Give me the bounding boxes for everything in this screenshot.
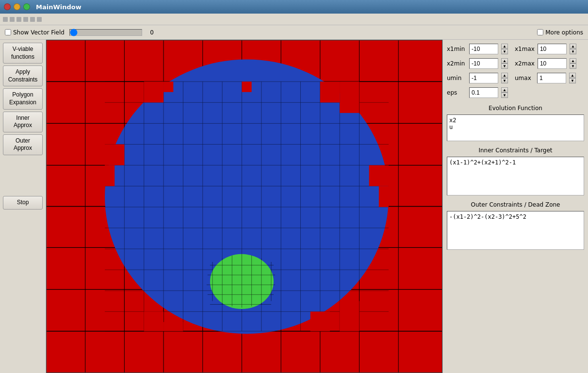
svg-rect-50 [105, 165, 114, 186]
toolbar-dot-3 [16, 17, 21, 22]
svg-rect-52 [379, 186, 389, 207]
svg-rect-45 [163, 81, 173, 92]
x2-params-row: x2min ▲ ▼ x2max ▲ ▼ [447, 58, 584, 69]
x2max-label: x2max [515, 60, 535, 67]
svg-rect-49 [105, 145, 124, 165]
x2max-down[interactable]: ▼ [570, 64, 576, 69]
x1max-label: x1max [515, 46, 535, 52]
outer-constraints-label: Outer Constraints / Dead Zone [447, 201, 584, 208]
left-panel: V-viablefunctions ApplyConstraints Polyg… [0, 40, 46, 373]
x1min-spinner[interactable]: ▲ ▼ [501, 44, 508, 54]
toolbar-dot-2 [10, 17, 15, 22]
inner-approx-button[interactable]: InnerApprox [3, 112, 43, 132]
umin-spinner[interactable]: ▲ ▼ [501, 73, 508, 83]
svg-rect-56 [340, 301, 359, 331]
canvas-area [46, 40, 442, 373]
x1min-down[interactable]: ▼ [501, 49, 508, 54]
x1max-down[interactable]: ▼ [570, 49, 576, 54]
x2max-input[interactable] [538, 58, 567, 69]
toolbar-dot-6 [37, 17, 42, 22]
slider-value: 0 [147, 29, 157, 36]
window-title: MainWindow [36, 3, 82, 11]
more-options-checkbox[interactable] [537, 29, 543, 35]
outer-approx-button[interactable]: OuterApprox [3, 134, 43, 155]
x1max-spinner[interactable]: ▲ ▼ [570, 44, 576, 54]
v-viable-button[interactable]: V-viablefunctions [3, 43, 43, 64]
umax-spinner[interactable]: ▲ ▼ [569, 73, 576, 83]
umax-label: umax [515, 75, 534, 81]
evolution-function-label: Evolution Function [447, 105, 584, 112]
right-panel: x1min ▲ ▼ x1max ▲ ▼ x2min ▲ ▼ x2max [442, 40, 588, 373]
x1min-up[interactable]: ▲ [501, 44, 508, 49]
minimize-button[interactable] [14, 3, 20, 10]
toolbar [0, 14, 588, 25]
show-vector-field-label: Show Vector Field [13, 29, 65, 36]
svg-rect-55 [310, 311, 330, 331]
eps-down[interactable]: ▼ [501, 93, 508, 98]
svg-rect-47 [320, 81, 340, 102]
inner-constraints-text[interactable]: (x1-1)^2+(x2+1)^2-1 [447, 157, 584, 195]
eps-label: eps [447, 89, 466, 96]
x1max-up[interactable]: ▲ [570, 44, 576, 49]
inner-constraints-label: Inner Constraints / Target [447, 147, 584, 154]
apply-constraints-button[interactable]: ApplyConstraints [3, 65, 43, 86]
umin-up[interactable]: ▲ [501, 73, 508, 78]
x2max-up[interactable]: ▲ [570, 58, 576, 64]
titlebar: MainWindow [0, 0, 588, 14]
eps-spinner[interactable]: ▲ ▼ [501, 87, 508, 98]
maximize-button[interactable] [23, 3, 30, 10]
show-vector-field-control[interactable]: Show Vector Field [5, 29, 65, 36]
umin-down[interactable]: ▼ [501, 78, 508, 83]
svg-rect-54 [163, 322, 183, 331]
x1-params-row: x1min ▲ ▼ x1max ▲ ▼ [447, 44, 584, 54]
evolution-function-text[interactable]: x2 u [447, 114, 584, 141]
x1min-label: x1min [447, 46, 466, 52]
x2max-spinner[interactable]: ▲ ▼ [570, 58, 576, 69]
umax-up[interactable]: ▲ [569, 73, 576, 78]
more-options-label: More options [545, 29, 583, 36]
close-button[interactable] [4, 3, 11, 10]
x2min-spinner[interactable]: ▲ ▼ [501, 58, 508, 69]
x2min-up[interactable]: ▲ [501, 58, 508, 64]
eps-up[interactable]: ▲ [501, 87, 508, 93]
eps-input[interactable] [469, 87, 498, 98]
umax-down[interactable]: ▼ [569, 78, 576, 83]
u-params-row: umin ▲ ▼ umax ▲ ▼ [447, 73, 584, 83]
svg-rect-46 [242, 81, 251, 92]
toolbar-dot-4 [23, 17, 28, 22]
x1max-input[interactable] [538, 44, 567, 54]
show-vector-field-checkbox[interactable] [5, 29, 11, 35]
x1min-input[interactable] [469, 44, 498, 54]
eps-row: eps ▲ ▼ [447, 87, 584, 98]
top-controls: Show Vector Field 0 More options [0, 25, 588, 40]
vector-field-slider[interactable] [69, 29, 142, 36]
main-area: V-viablefunctions ApplyConstraints Polyg… [0, 40, 588, 373]
polygon-expansion-button[interactable]: PolygonExpansion [3, 88, 43, 109]
svg-rect-53 [144, 311, 163, 331]
svg-rect-51 [369, 165, 389, 186]
x2min-down[interactable]: ▼ [501, 64, 508, 69]
umin-label: umin [447, 75, 466, 81]
visualization-canvas [46, 40, 442, 373]
x2min-input[interactable] [469, 58, 498, 69]
toolbar-dot-1 [3, 17, 8, 22]
outer-constraints-text[interactable]: -(x1-2)^2-(x2-3)^2+5^2 [447, 211, 584, 250]
svg-rect-48 [340, 81, 359, 113]
umin-input[interactable] [469, 73, 498, 83]
toolbar-dot-5 [30, 17, 35, 22]
x2min-label: x2min [447, 60, 466, 67]
svg-rect-44 [144, 81, 163, 102]
more-options-control[interactable]: More options [537, 29, 583, 36]
stop-button[interactable]: Stop [3, 196, 43, 210]
umax-input[interactable] [537, 73, 566, 83]
